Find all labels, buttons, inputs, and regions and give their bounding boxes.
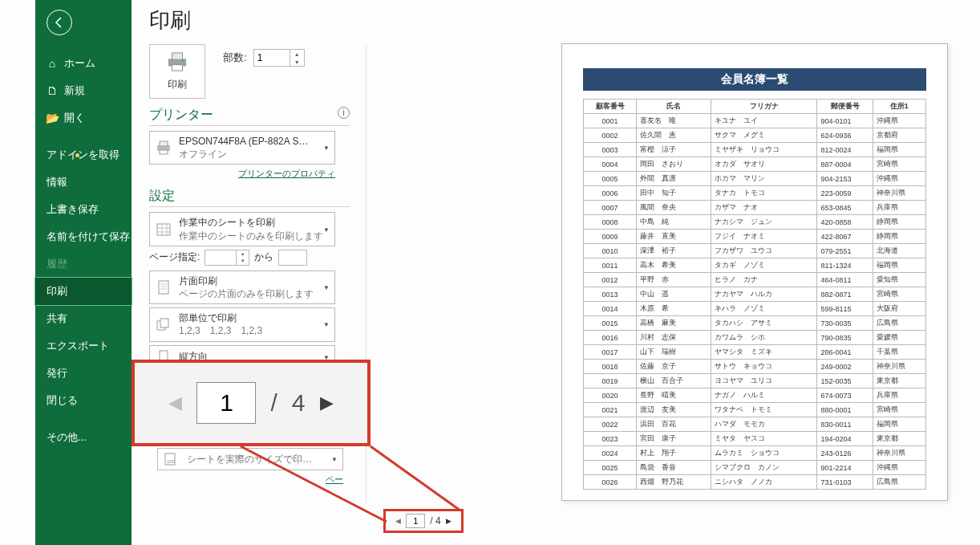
print-button[interactable]: 印刷	[149, 44, 205, 99]
print-area-dropdown[interactable]: 作業中のシートを印刷 作業中のシートのみを印刷します ▼	[149, 212, 335, 246]
preview-col-header: 氏名	[637, 100, 711, 114]
table-cell: 0009	[584, 230, 637, 244]
table-cell: オカダ サオリ	[711, 157, 816, 172]
page-title: 印刷	[149, 6, 350, 35]
table-cell: フカザワ ユウコ	[711, 244, 816, 258]
table-cell: 島袋 香音	[637, 461, 711, 475]
table-cell: 藤井 直美	[637, 230, 711, 244]
svg-line-22	[371, 446, 460, 510]
copies-input[interactable]	[254, 50, 290, 66]
page-sep: / 4	[430, 515, 440, 527]
table-cell: 0004	[584, 157, 637, 172]
table-cell: 904-2153	[817, 172, 873, 186]
sidebar-item-label: 名前を付けて保存	[47, 230, 130, 244]
page-setup-link-truncated[interactable]: ペー	[157, 474, 343, 486]
table-cell: 0010	[584, 244, 637, 258]
table-cell: ニシハタ ノノカ	[711, 475, 816, 490]
table-cell: 岡田 さおり	[637, 157, 711, 172]
sidebar-item-6[interactable]: 名前を付けて保存	[35, 223, 132, 250]
sidebar-item-label: 共有	[47, 311, 67, 326]
table-cell: 愛媛県	[873, 331, 925, 345]
svg-rect-1	[172, 53, 183, 59]
table-row: 0009藤井 直美フジイ ナオミ422-8067静岡県	[584, 230, 926, 244]
chevron-down-icon: ▼	[323, 144, 330, 152]
table-cell: カワムラ シホ	[711, 331, 816, 345]
sidebar-item-10[interactable]: エクスポート	[35, 332, 132, 360]
table-cell: 0015	[584, 316, 637, 331]
page-slash: /	[270, 389, 277, 417]
chevron-down-icon: ▼	[323, 321, 330, 328]
print-settings-panel: 印刷 印刷 部数: ▲▼ プリンター i EPSON744F8A (EP-882…	[149, 6, 350, 372]
current-page-input[interactable]	[406, 514, 425, 528]
sidebar-item-12[interactable]: 閉じる	[35, 387, 132, 414]
sidebar-item-5[interactable]: 上書き保存	[35, 196, 132, 223]
table-cell: 浜田 百花	[637, 417, 711, 432]
sidebar-item-4[interactable]: 情報	[35, 169, 132, 196]
page-from-spinner[interactable]: ▲▼	[205, 250, 249, 266]
pager-zoom-callout: ◀ / 4 ▶	[132, 360, 371, 446]
table-cell: 243-0126	[817, 446, 873, 461]
scale-dropdown[interactable]: 100 シートを実際のサイズで印… ▼	[157, 448, 343, 470]
svg-rect-2	[172, 65, 183, 71]
next-page-arrow-zoom[interactable]: ▶	[320, 392, 334, 413]
copies-spinner[interactable]: ▲▼	[253, 49, 305, 67]
table-row: 0023宮田 康子ミヤタ ヤスコ194-0204東京都	[584, 432, 926, 446]
sidebar-item-label: 情報	[47, 175, 67, 189]
page-to-input[interactable]	[278, 250, 307, 266]
table-cell: 0025	[584, 461, 637, 475]
table-row: 0022浜田 百花ハマダ モモカ830-0011福岡県	[584, 417, 926, 432]
table-cell: 152-0035	[817, 374, 873, 388]
table-cell: 中山 遥	[637, 287, 711, 302]
prev-page-arrow-zoom[interactable]: ◀	[168, 392, 182, 413]
table-cell: 882-0871	[817, 287, 873, 302]
copies-label: 部数:	[223, 51, 247, 65]
table-row: 0018佐藤 京子サトウ キョウコ249-0002神奈川県	[584, 360, 926, 374]
table-cell: ナガノ ハルミ	[711, 388, 816, 403]
printer-dropdown[interactable]: EPSON744F8A (EP-882A S… オフライン ▼	[149, 131, 335, 165]
chevron-down-icon: ▼	[331, 456, 338, 463]
sidebar-item-7[interactable]: 履歴	[35, 250, 132, 278]
prev-page-arrow[interactable]: ◀	[395, 517, 401, 525]
table-cell: 横山 百合子	[637, 374, 711, 388]
table-cell: 静岡県	[873, 230, 925, 244]
svg-rect-7	[157, 224, 170, 235]
sidebar-item-2[interactable]: 📂開く	[35, 104, 132, 132]
table-cell: ヒラノ カナ	[711, 273, 816, 287]
collate-icon	[155, 317, 172, 331]
table-cell: 830-0011	[817, 417, 873, 432]
table-row: 0017山下 瑞樹ヤマシタ ミズキ286-0041千葉県	[584, 345, 926, 360]
table-cell: 599-8115	[817, 302, 873, 316]
printer-properties-link[interactable]: プリンターのプロパティ	[149, 168, 335, 180]
chevron-down-icon: ▼	[323, 226, 330, 233]
back-button[interactable]	[47, 10, 72, 35]
sidebar-item-1[interactable]: 🗋新規	[35, 77, 132, 104]
page-from-input[interactable]	[205, 250, 236, 265]
sidebar-item-0[interactable]: ⌂ホーム	[35, 50, 132, 77]
info-icon[interactable]: i	[338, 107, 350, 119]
table-cell: 佐藤 京子	[637, 360, 711, 374]
spinner-arrows[interactable]: ▲▼	[290, 50, 304, 66]
table-cell: 宮崎県	[873, 403, 925, 417]
sidebar-item-11[interactable]: 発行	[35, 360, 132, 387]
scale-dropdown-partial: 100 シートを実際のサイズで印… ▼ ペー	[157, 448, 343, 490]
table-cell: 神奈川県	[873, 360, 925, 374]
table-cell: 沖縄県	[873, 461, 925, 475]
table-cell: 0017	[584, 345, 637, 360]
table-cell: 福岡県	[873, 258, 925, 273]
table-cell: 0021	[584, 403, 637, 417]
sidebar-item-9[interactable]: 共有	[35, 305, 132, 332]
table-row: 0008中島 純ナカシマ ジュン420-0858静岡県	[584, 215, 926, 230]
sidebar-item-3[interactable]: アドインを取得	[35, 141, 132, 169]
current-page-input-zoom[interactable]	[196, 382, 256, 424]
sides-dropdown[interactable]: 片面印刷 ページの片面のみを印刷します ▼	[149, 270, 335, 304]
preview-col-header: 顧客番号	[584, 100, 637, 114]
sidebar-item-8[interactable]: 印刷	[35, 278, 132, 305]
table-cell: 西畑 野乃花	[637, 475, 711, 490]
sidebar-item-13[interactable]: その他...	[35, 424, 132, 451]
collate-dropdown[interactable]: 部単位で印刷 1,2,3 1,2,3 1,2,3 ▼	[149, 307, 335, 341]
table-cell: タナカ トモコ	[711, 186, 816, 201]
table-cell: 長野 晴美	[637, 388, 711, 403]
sidebar-item-label: 履歴	[47, 257, 67, 271]
next-page-arrow[interactable]: ▶	[446, 517, 452, 525]
table-cell: ハマダ モモカ	[711, 417, 816, 432]
